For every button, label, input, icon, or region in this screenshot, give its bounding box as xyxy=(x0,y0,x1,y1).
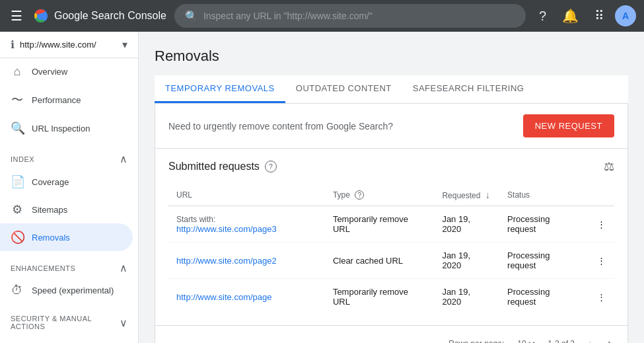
banner-text: Need to urgently remove content from Goo… xyxy=(168,121,393,132)
row-actions-2[interactable]: ⋮ xyxy=(588,279,614,315)
new-request-button[interactable]: NEW REQUEST xyxy=(523,114,614,137)
requested-cell-2: Jan 19, 2020 xyxy=(434,279,499,315)
security-collapse-icon[interactable]: ∨ xyxy=(120,317,127,329)
tab-outdated-content[interactable]: OUTDATED CONTENT xyxy=(285,75,402,103)
type-cell-1: Clear cached URL xyxy=(325,243,435,279)
status-cell-0: Processing request xyxy=(499,206,588,243)
security-section-label: Security & Manual Actions xyxy=(11,315,120,330)
index-section-header: Index ∧ xyxy=(0,142,138,168)
col-header-requested[interactable]: Requested ↓ xyxy=(434,184,499,206)
url-cell-0: Starts with: http://www.site.com/page3 xyxy=(168,206,325,243)
col-header-url: URL xyxy=(168,184,325,206)
index-section-label: Index xyxy=(11,155,34,163)
table-row: http://www.site.com/page2 Clear cached U… xyxy=(168,243,614,279)
legacy-section-header: Legacy tools and reports ∨ xyxy=(0,333,138,343)
requested-cell-0: Jan 19, 2020 xyxy=(434,206,499,243)
url-cell-2: http://www.site.com/page xyxy=(168,279,325,315)
type-cell-0: Temporarily remove URL xyxy=(325,206,435,243)
site-dropdown-arrow-icon: ▾ xyxy=(122,38,127,51)
logo: Google Search Console xyxy=(33,8,166,24)
banner: Need to urgently remove content from Goo… xyxy=(155,104,627,149)
rows-per-page-label: Rows per page: xyxy=(448,339,504,344)
speed-icon: ⏱ xyxy=(11,284,24,297)
submitted-title: Submitted requests ? xyxy=(168,161,277,172)
pagination-next-icon[interactable]: › xyxy=(605,334,614,343)
site-url: http://www.site.com/ xyxy=(20,40,117,50)
main-content: Removals TEMPORARY REMOVALS OUTDATED CON… xyxy=(139,32,644,343)
col-header-actions xyxy=(588,184,614,206)
index-collapse-icon[interactable]: ∧ xyxy=(120,153,127,165)
tab-temporary-removals[interactable]: TEMPORARY REMOVALS xyxy=(155,75,285,103)
sidebar-label-performance: Performance xyxy=(32,95,81,105)
table-row: Starts with: http://www.site.com/page3 T… xyxy=(168,206,614,243)
sidebar-item-sitemaps[interactable]: ⚙ Sitemaps xyxy=(0,196,133,223)
type-cell-2: Temporarily remove URL xyxy=(325,279,435,315)
performance-icon: 〜 xyxy=(11,92,24,108)
requested-cell-1: Jan 19, 2020 xyxy=(434,243,499,279)
sidebar-label-speed: Speed (experimental) xyxy=(32,286,114,295)
avatar[interactable]: A xyxy=(615,5,636,26)
col-header-status: Status xyxy=(499,184,588,206)
sidebar-item-overview[interactable]: ⌂ Overview xyxy=(0,58,133,85)
enhancements-collapse-icon[interactable]: ∧ xyxy=(120,262,127,274)
content-card: Need to urgently remove content from Goo… xyxy=(155,104,628,343)
sidebar-item-url-inspection[interactable]: 🔍 URL Inspection xyxy=(0,114,133,142)
table-section: Submitted requests ? ⚖ URL Type ? xyxy=(155,149,627,325)
url-value-0: http://www.site.com/page3 xyxy=(176,224,277,234)
rows-per-page-select[interactable]: 10 25 50 xyxy=(515,338,537,344)
pagination-prev-icon[interactable]: ‹ xyxy=(585,334,594,343)
requests-table: URL Type ? Requested ↓ Status xyxy=(168,184,614,315)
sidebar-item-speed[interactable]: ⏱ Speed (experimental) xyxy=(0,277,133,304)
sidebar-label-sitemaps: Sitemaps xyxy=(32,205,67,215)
pagination: Rows per page: 10 25 50 1-3 of 3 ‹ › xyxy=(155,325,627,343)
filter-icon[interactable]: ⚖ xyxy=(604,159,614,174)
sidebar-label-removals: Removals xyxy=(32,233,70,243)
pagination-range: 1-3 of 3 xyxy=(548,339,575,344)
removals-icon: 🚫 xyxy=(11,230,24,245)
status-cell-1: Processing request xyxy=(499,243,588,279)
type-help-icon[interactable]: ? xyxy=(355,190,364,200)
sidebar-label-coverage: Coverage xyxy=(32,177,69,187)
site-icon: ℹ xyxy=(11,38,15,51)
submitted-help-icon[interactable]: ? xyxy=(265,161,277,172)
url-inspection-icon: 🔍 xyxy=(11,121,24,135)
security-section-header: Security & Manual Actions ∨ xyxy=(0,304,138,333)
sidebar-label-overview: Overview xyxy=(32,67,67,77)
submitted-header: Submitted requests ? ⚖ xyxy=(168,159,614,174)
sidebar: ℹ http://www.site.com/ ▾ ⌂ Overview 〜 Pe… xyxy=(0,32,139,343)
enhancements-section-label: Enhancements xyxy=(11,264,75,272)
apps-icon[interactable]: ⠿ xyxy=(589,5,610,26)
search-box[interactable]: 🔍 xyxy=(174,4,526,28)
row-actions-1[interactable]: ⋮ xyxy=(588,243,614,279)
url-value-1: http://www.site.com/page2 xyxy=(176,256,277,266)
sidebar-item-coverage[interactable]: 📄 Coverage xyxy=(0,168,133,196)
notification-icon[interactable]: 🔔 xyxy=(557,5,584,26)
sidebar-item-performance[interactable]: 〜 Performance xyxy=(0,85,133,114)
site-selector[interactable]: ℹ http://www.site.com/ ▾ xyxy=(0,32,138,58)
submitted-title-text: Submitted requests xyxy=(168,161,260,172)
sitemaps-icon: ⚙ xyxy=(11,202,24,217)
status-cell-2: Processing request xyxy=(499,279,588,315)
search-icon: 🔍 xyxy=(185,10,198,22)
topbar: ☰ Google Search Console 🔍 ? 🔔 ⠿ A xyxy=(0,0,644,32)
url-value-2: http://www.site.com/page xyxy=(176,292,272,302)
sidebar-item-removals[interactable]: 🚫 Removals xyxy=(0,223,133,251)
menu-icon[interactable]: ☰ xyxy=(8,5,25,26)
page-title: Removals xyxy=(155,48,628,65)
home-icon: ⌂ xyxy=(11,65,24,79)
sort-arrow-icon: ↓ xyxy=(485,190,490,200)
row-actions-0[interactable]: ⋮ xyxy=(588,206,614,243)
col-header-type: Type ? xyxy=(325,184,435,206)
sidebar-label-url-inspection: URL Inspection xyxy=(32,124,90,133)
layout: ℹ http://www.site.com/ ▾ ⌂ Overview 〜 Pe… xyxy=(0,32,644,343)
tabs-container: TEMPORARY REMOVALS OUTDATED CONTENT SAFE… xyxy=(155,75,628,104)
url-cell-1: http://www.site.com/page2 xyxy=(168,243,325,279)
url-prefix-0: Starts with: xyxy=(176,215,215,224)
topbar-icons: ? 🔔 ⠿ A xyxy=(534,5,636,26)
enhancements-section-header: Enhancements ∧ xyxy=(0,251,138,277)
help-icon[interactable]: ? xyxy=(534,6,552,26)
logo-text: Google Search Console xyxy=(54,10,166,22)
tab-safesearch-filtering[interactable]: SAFESEARCH FILTERING xyxy=(402,75,535,103)
search-input[interactable] xyxy=(203,11,515,21)
table-row: http://www.site.com/page Temporarily rem… xyxy=(168,279,614,315)
